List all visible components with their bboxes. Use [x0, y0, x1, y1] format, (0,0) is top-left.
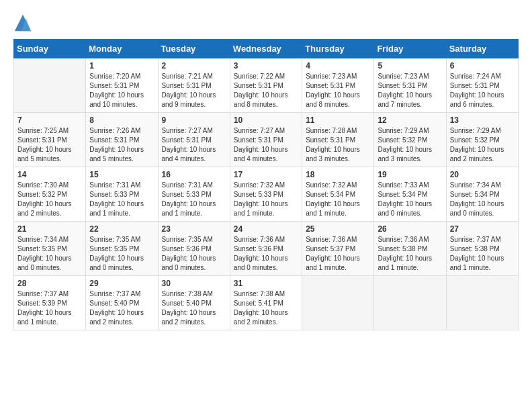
calendar-cell: 29Sunrise: 7:37 AM Sunset: 5:40 PM Dayli…: [86, 276, 158, 330]
day-info: Sunrise: 7:34 AM Sunset: 5:34 PM Dayligh…: [450, 181, 515, 218]
day-number: 12: [378, 116, 442, 125]
day-info: Sunrise: 7:36 AM Sunset: 5:38 PM Dayligh…: [378, 235, 442, 273]
calendar-cell: 31Sunrise: 7:38 AM Sunset: 5:41 PM Dayli…: [230, 276, 302, 330]
day-number: 28: [17, 279, 82, 288]
calendar-header: SundayMondayTuesdayWednesdayThursdayFrid…: [14, 40, 519, 58]
calendar-week-row: 21Sunrise: 7:34 AM Sunset: 5:35 PM Dayli…: [14, 222, 519, 276]
calendar-week-row: 28Sunrise: 7:37 AM Sunset: 5:39 PM Dayli…: [14, 276, 519, 330]
day-info: Sunrise: 7:38 AM Sunset: 5:41 PM Dayligh…: [234, 289, 298, 327]
calendar-cell: 3Sunrise: 7:22 AM Sunset: 5:31 PM Daylig…: [230, 58, 302, 113]
day-info: Sunrise: 7:20 AM Sunset: 5:31 PM Dayligh…: [89, 72, 154, 109]
day-info: Sunrise: 7:22 AM Sunset: 5:31 PM Dayligh…: [234, 72, 298, 109]
day-number: 15: [89, 170, 154, 179]
calendar-table: SundayMondayTuesdayWednesdayThursdayFrid…: [13, 39, 519, 330]
day-number: 16: [162, 170, 226, 179]
day-info: Sunrise: 7:23 AM Sunset: 5:31 PM Dayligh…: [306, 72, 370, 109]
day-of-week-header: Monday: [86, 40, 158, 58]
calendar-cell: [446, 276, 518, 330]
calendar-week-row: 14Sunrise: 7:30 AM Sunset: 5:32 PM Dayli…: [14, 167, 519, 222]
day-info: Sunrise: 7:29 AM Sunset: 5:32 PM Dayligh…: [378, 126, 442, 164]
calendar-cell: 23Sunrise: 7:35 AM Sunset: 5:36 PM Dayli…: [158, 222, 230, 276]
day-info: Sunrise: 7:31 AM Sunset: 5:33 PM Dayligh…: [89, 181, 154, 218]
day-info: Sunrise: 7:34 AM Sunset: 5:35 PM Dayligh…: [17, 235, 82, 273]
day-info: Sunrise: 7:21 AM Sunset: 5:31 PM Dayligh…: [162, 72, 226, 109]
day-number: 19: [378, 170, 442, 179]
calendar-cell: 10Sunrise: 7:27 AM Sunset: 5:31 PM Dayli…: [230, 113, 302, 167]
calendar-cell: [302, 276, 374, 330]
day-info: Sunrise: 7:38 AM Sunset: 5:40 PM Dayligh…: [162, 289, 226, 327]
calendar-cell: 8Sunrise: 7:26 AM Sunset: 5:31 PM Daylig…: [86, 113, 158, 167]
calendar-cell: 12Sunrise: 7:29 AM Sunset: 5:32 PM Dayli…: [374, 113, 446, 167]
day-info: Sunrise: 7:32 AM Sunset: 5:33 PM Dayligh…: [234, 181, 298, 218]
day-number: 4: [306, 61, 370, 71]
day-info: Sunrise: 7:37 AM Sunset: 5:39 PM Dayligh…: [17, 289, 82, 327]
day-info: Sunrise: 7:37 AM Sunset: 5:40 PM Dayligh…: [89, 289, 154, 327]
day-number: 13: [450, 116, 515, 125]
day-info: Sunrise: 7:35 AM Sunset: 5:35 PM Dayligh…: [89, 235, 154, 273]
day-number: 20: [450, 170, 515, 179]
calendar-cell: 4Sunrise: 7:23 AM Sunset: 5:31 PM Daylig…: [302, 58, 374, 113]
day-of-week-header: Thursday: [302, 40, 374, 58]
calendar-cell: 17Sunrise: 7:32 AM Sunset: 5:33 PM Dayli…: [230, 167, 302, 222]
calendar-cell: 1Sunrise: 7:20 AM Sunset: 5:31 PM Daylig…: [86, 58, 158, 113]
calendar-cell: 27Sunrise: 7:37 AM Sunset: 5:38 PM Dayli…: [446, 222, 518, 276]
calendar-cell: 18Sunrise: 7:32 AM Sunset: 5:34 PM Dayli…: [302, 167, 374, 222]
calendar-cell: 16Sunrise: 7:31 AM Sunset: 5:33 PM Dayli…: [158, 167, 230, 222]
calendar-cell: 26Sunrise: 7:36 AM Sunset: 5:38 PM Dayli…: [374, 222, 446, 276]
day-info: Sunrise: 7:36 AM Sunset: 5:37 PM Dayligh…: [306, 235, 370, 273]
calendar-cell: 30Sunrise: 7:38 AM Sunset: 5:40 PM Dayli…: [158, 276, 230, 330]
calendar-body: 1Sunrise: 7:20 AM Sunset: 5:31 PM Daylig…: [14, 58, 519, 330]
calendar-cell: 14Sunrise: 7:30 AM Sunset: 5:32 PM Dayli…: [14, 167, 86, 222]
day-info: Sunrise: 7:35 AM Sunset: 5:36 PM Dayligh…: [162, 235, 226, 273]
calendar-cell: 20Sunrise: 7:34 AM Sunset: 5:34 PM Dayli…: [446, 167, 518, 222]
calendar-week-row: 1Sunrise: 7:20 AM Sunset: 5:31 PM Daylig…: [14, 58, 519, 113]
day-number: 10: [234, 116, 298, 125]
day-number: 11: [306, 116, 370, 125]
day-info: Sunrise: 7:28 AM Sunset: 5:31 PM Dayligh…: [306, 126, 370, 164]
calendar-cell: 28Sunrise: 7:37 AM Sunset: 5:39 PM Dayli…: [14, 276, 86, 330]
day-of-week-header: Friday: [374, 40, 446, 58]
day-number: 1: [89, 61, 154, 71]
day-number: 30: [162, 279, 226, 288]
day-number: 17: [234, 170, 298, 179]
day-number: 18: [306, 170, 370, 179]
calendar-cell: 19Sunrise: 7:33 AM Sunset: 5:34 PM Dayli…: [374, 167, 446, 222]
calendar-cell: 11Sunrise: 7:28 AM Sunset: 5:31 PM Dayli…: [302, 113, 374, 167]
calendar-week-row: 7Sunrise: 7:25 AM Sunset: 5:31 PM Daylig…: [14, 113, 519, 167]
day-info: Sunrise: 7:29 AM Sunset: 5:32 PM Dayligh…: [450, 126, 515, 164]
day-info: Sunrise: 7:31 AM Sunset: 5:33 PM Dayligh…: [162, 181, 226, 218]
day-number: 22: [89, 224, 154, 234]
day-number: 24: [234, 224, 298, 234]
day-info: Sunrise: 7:27 AM Sunset: 5:31 PM Dayligh…: [234, 126, 298, 164]
day-info: Sunrise: 7:36 AM Sunset: 5:36 PM Dayligh…: [234, 235, 298, 273]
day-info: Sunrise: 7:23 AM Sunset: 5:31 PM Dayligh…: [378, 72, 442, 109]
calendar-cell: 9Sunrise: 7:27 AM Sunset: 5:31 PM Daylig…: [158, 113, 230, 167]
day-info: Sunrise: 7:32 AM Sunset: 5:34 PM Dayligh…: [306, 181, 370, 218]
calendar-cell: 25Sunrise: 7:36 AM Sunset: 5:37 PM Dayli…: [302, 222, 374, 276]
calendar-cell: 7Sunrise: 7:25 AM Sunset: 5:31 PM Daylig…: [14, 113, 86, 167]
day-number: 5: [378, 61, 442, 71]
day-of-week-header: Tuesday: [158, 40, 230, 58]
logo: [13, 13, 35, 32]
calendar-cell: 5Sunrise: 7:23 AM Sunset: 5:31 PM Daylig…: [374, 58, 446, 113]
day-number: 25: [306, 224, 370, 234]
logo-icon: [13, 13, 32, 32]
calendar-cell: [14, 58, 86, 113]
calendar-cell: 6Sunrise: 7:24 AM Sunset: 5:31 PM Daylig…: [446, 58, 518, 113]
day-number: 23: [162, 224, 226, 234]
day-info: Sunrise: 7:33 AM Sunset: 5:34 PM Dayligh…: [378, 181, 442, 218]
day-of-week-header: Saturday: [446, 40, 518, 58]
calendar-cell: 13Sunrise: 7:29 AM Sunset: 5:32 PM Dayli…: [446, 113, 518, 167]
day-info: Sunrise: 7:30 AM Sunset: 5:32 PM Dayligh…: [17, 181, 82, 218]
day-info: Sunrise: 7:27 AM Sunset: 5:31 PM Dayligh…: [162, 126, 226, 164]
day-info: Sunrise: 7:25 AM Sunset: 5:31 PM Dayligh…: [17, 126, 82, 164]
day-number: 3: [234, 61, 298, 71]
day-of-week-header: Sunday: [14, 40, 86, 58]
day-number: 9: [162, 116, 226, 125]
day-number: 31: [234, 279, 298, 288]
day-number: 27: [450, 224, 515, 234]
day-number: 29: [89, 279, 154, 288]
day-info: Sunrise: 7:24 AM Sunset: 5:31 PM Dayligh…: [450, 72, 515, 109]
day-number: 14: [17, 170, 82, 179]
page-header: [13, 13, 519, 32]
